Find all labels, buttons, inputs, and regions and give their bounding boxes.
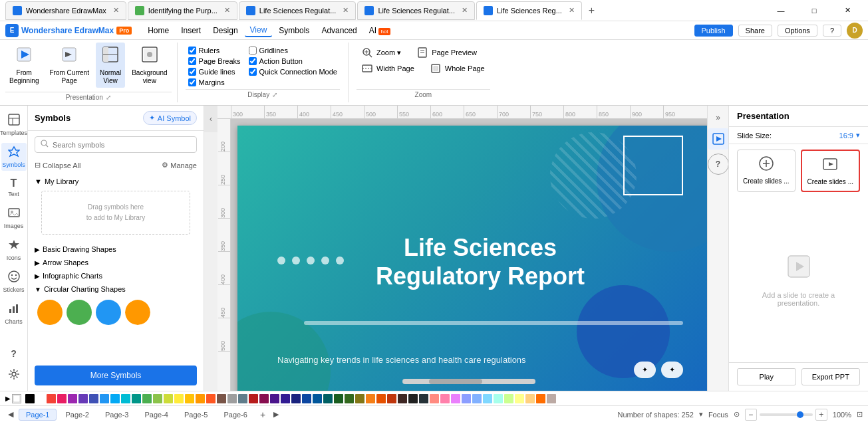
sidebar-item-settings[interactable] (1, 366, 27, 385)
from-beginning-button[interactable]: FromBeginning (5, 43, 43, 88)
zoom-slider[interactable] (760, 413, 813, 416)
color-swatch-6[interactable] (89, 394, 98, 403)
color-swatch-26[interactable] (302, 394, 311, 403)
search-box[interactable] (35, 136, 197, 153)
sidebar-item-templates[interactable]: Templates (1, 111, 27, 139)
tab-close-1[interactable]: ✕ (224, 6, 230, 15)
whole-page-button[interactable]: Whole Page (425, 61, 490, 76)
color-swatch-3[interactable] (57, 394, 67, 403)
color-swatch-32[interactable] (366, 394, 375, 403)
color-swatch-24[interactable] (281, 394, 290, 403)
width-page-button[interactable]: Width Page (357, 61, 420, 76)
color-swatch-27[interactable] (313, 394, 322, 403)
menu-design[interactable]: Design (208, 25, 243, 37)
my-library-title[interactable]: ▼ My Library (35, 177, 197, 185)
ai-symbol-button[interactable]: ✦ AI Symbol (143, 111, 197, 125)
canvas-main[interactable]: Life Sciences Regulatory Report Navigati… (231, 119, 707, 391)
color-swatch-38[interactable] (430, 394, 439, 403)
slide-size-value[interactable]: 16:9 ▾ (839, 131, 860, 140)
category-infographic-charts[interactable]: ▶ Infographic Charts (28, 269, 204, 282)
tab-item-0[interactable]: Wondershare EdrawMax✕ (5, 1, 126, 20)
presentation-icon-button[interactable] (708, 128, 729, 150)
nav-dot[interactable] (277, 257, 285, 264)
gridlines-check[interactable]: Gridlines (249, 47, 337, 54)
nav-dot[interactable] (307, 257, 315, 264)
background-view-button[interactable]: Backgroundview (128, 43, 171, 88)
page-tab-page5[interactable]: Page-5 (177, 409, 215, 421)
sidebar-item-symbols[interactable]: Symbols (1, 143, 27, 171)
sidebar-item-help[interactable]: ? (1, 346, 27, 362)
color-swatch-48[interactable] (536, 394, 545, 403)
help-panel-button[interactable]: ? (708, 154, 729, 175)
color-swatch-5[interactable] (78, 394, 88, 403)
page-tab-page6[interactable]: Page-6 (216, 409, 254, 421)
scrollbar-thumb[interactable] (429, 379, 482, 384)
color-swatch-41[interactable] (462, 394, 471, 403)
color-swatch-10[interactable] (132, 394, 141, 403)
color-swatch-18[interactable] (217, 394, 226, 403)
from-current-page-button[interactable]: From CurrentPage (45, 43, 92, 88)
guidelines-check[interactable]: Guide lines (188, 68, 241, 76)
export-ppt-button[interactable]: Export PPT (801, 368, 861, 385)
ai-button-2[interactable]: ✦ (661, 362, 683, 378)
fit-page-button[interactable]: ⊡ (857, 410, 863, 419)
menu-view[interactable]: View (245, 24, 273, 37)
color-swatch-47[interactable] (525, 394, 535, 403)
color-swatch-4[interactable] (68, 394, 77, 403)
shape-preview-2[interactable] (67, 300, 92, 325)
sidebar-item-charts[interactable]: Charts (1, 300, 27, 328)
share-button[interactable]: Share (738, 25, 772, 37)
color-swatch-42[interactable] (472, 394, 482, 403)
color-swatch-28[interactable] (323, 394, 333, 403)
create-slides-button-2[interactable]: Create slides ... (801, 150, 861, 192)
color-swatch-49[interactable] (547, 394, 556, 403)
page-breaks-check[interactable]: Page Breaks (188, 57, 241, 65)
tab-close-2[interactable]: ✕ (343, 6, 349, 15)
user-avatar[interactable]: D (847, 23, 863, 39)
create-slides-button-1[interactable]: Create slides ... (737, 150, 796, 192)
color-swatch-12[interactable] (153, 394, 162, 403)
nav-right-button[interactable]: ▶ (271, 409, 281, 420)
slide-canvas[interactable]: Life Sciences Regulatory Report Navigati… (237, 126, 707, 391)
color-swatch-25[interactable] (291, 394, 301, 403)
help-button[interactable]: ? (823, 25, 841, 37)
color-swatch-21[interactable] (249, 394, 258, 403)
sidebar-item-stickers[interactable]: Stickers (1, 268, 27, 296)
tab-close-0[interactable]: ✕ (113, 6, 119, 15)
rulers-check[interactable]: Rulers (188, 47, 241, 54)
zoom-plus-button[interactable]: + (815, 409, 827, 421)
collapse-panel-button[interactable]: ‹ (204, 106, 217, 132)
manage-button[interactable]: ⚙ Manage (162, 161, 197, 169)
color-swatch-13[interactable] (164, 394, 173, 403)
add-page-button[interactable]: + (257, 408, 268, 421)
shape-preview-3[interactable] (96, 300, 121, 325)
color-swatch-31[interactable] (355, 394, 364, 403)
tab-close-3[interactable]: ✕ (462, 6, 468, 15)
color-swatch-35[interactable] (398, 394, 407, 403)
collapse-all-button[interactable]: ⊟ Collapse All (35, 161, 80, 169)
tab-item-3[interactable]: Life Sciences Regulat...✕ (357, 1, 475, 20)
close-button[interactable]: ✕ (832, 1, 863, 20)
page-preview-button[interactable]: Page Preview (412, 45, 482, 60)
menu-insert[interactable]: Insert (176, 25, 206, 37)
fill-color-btn[interactable] (12, 394, 21, 403)
color-swatch-15[interactable] (185, 394, 194, 403)
shape-preview-4[interactable] (125, 300, 150, 325)
shapes-dropdown-icon[interactable]: ▾ (699, 410, 703, 419)
color-swatch-8[interactable] (110, 394, 120, 403)
color-swatch-36[interactable] (408, 394, 418, 403)
sidebar-item-icons[interactable]: Icons (1, 236, 27, 264)
color-swatch-43[interactable] (483, 394, 492, 403)
normal-view-button[interactable]: NormalView (96, 43, 125, 88)
maximize-button[interactable]: □ (799, 1, 829, 20)
page-tab-page4[interactable]: Page-4 (137, 409, 175, 421)
color-swatch-1[interactable] (36, 394, 45, 403)
color-swatch-29[interactable] (334, 394, 343, 403)
tab-close-4[interactable]: ✕ (569, 6, 575, 15)
color-swatch-39[interactable] (440, 394, 450, 403)
quick-connection-check[interactable]: Quick Connection Mode (249, 68, 337, 76)
category-arrow-shapes[interactable]: ▶ Arrow Shapes (28, 256, 204, 269)
nav-dot[interactable] (321, 257, 329, 264)
display-expand-icon[interactable]: ⤢ (272, 91, 277, 98)
new-tab-button[interactable]: + (583, 2, 600, 19)
